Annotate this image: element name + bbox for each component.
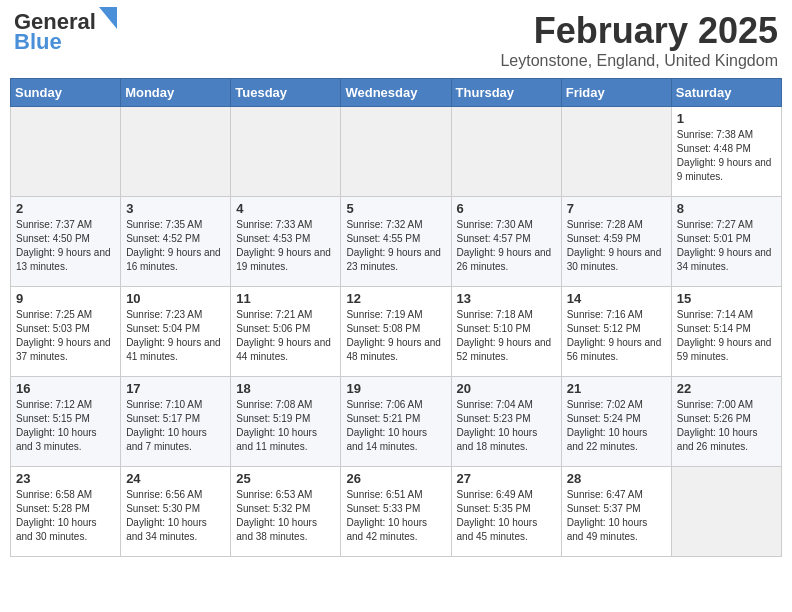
day-info: Sunrise: 7:18 AM Sunset: 5:10 PM Dayligh… — [457, 308, 556, 364]
day-number: 4 — [236, 201, 335, 216]
day-info: Sunrise: 7:25 AM Sunset: 5:03 PM Dayligh… — [16, 308, 115, 364]
day-number: 3 — [126, 201, 225, 216]
day-number: 24 — [126, 471, 225, 486]
weekday-header-saturday: Saturday — [671, 79, 781, 107]
calendar-cell: 28Sunrise: 6:47 AM Sunset: 5:37 PM Dayli… — [561, 467, 671, 557]
day-info: Sunrise: 7:00 AM Sunset: 5:26 PM Dayligh… — [677, 398, 776, 454]
calendar-cell: 23Sunrise: 6:58 AM Sunset: 5:28 PM Dayli… — [11, 467, 121, 557]
day-number: 16 — [16, 381, 115, 396]
calendar-cell: 5Sunrise: 7:32 AM Sunset: 4:55 PM Daylig… — [341, 197, 451, 287]
logo-icon — [99, 7, 117, 29]
calendar-cell: 2Sunrise: 7:37 AM Sunset: 4:50 PM Daylig… — [11, 197, 121, 287]
weekday-header-monday: Monday — [121, 79, 231, 107]
calendar-cell — [451, 107, 561, 197]
logo-blue-text: Blue — [14, 30, 62, 54]
day-number: 17 — [126, 381, 225, 396]
calendar-cell: 20Sunrise: 7:04 AM Sunset: 5:23 PM Dayli… — [451, 377, 561, 467]
day-info: Sunrise: 7:28 AM Sunset: 4:59 PM Dayligh… — [567, 218, 666, 274]
calendar-cell: 25Sunrise: 6:53 AM Sunset: 5:32 PM Dayli… — [231, 467, 341, 557]
calendar-cell: 8Sunrise: 7:27 AM Sunset: 5:01 PM Daylig… — [671, 197, 781, 287]
week-row-1: 1Sunrise: 7:38 AM Sunset: 4:48 PM Daylig… — [11, 107, 782, 197]
calendar-cell: 12Sunrise: 7:19 AM Sunset: 5:08 PM Dayli… — [341, 287, 451, 377]
day-number: 15 — [677, 291, 776, 306]
day-info: Sunrise: 6:53 AM Sunset: 5:32 PM Dayligh… — [236, 488, 335, 544]
weekday-header-sunday: Sunday — [11, 79, 121, 107]
day-number: 13 — [457, 291, 556, 306]
day-number: 22 — [677, 381, 776, 396]
day-info: Sunrise: 7:12 AM Sunset: 5:15 PM Dayligh… — [16, 398, 115, 454]
day-info: Sunrise: 6:47 AM Sunset: 5:37 PM Dayligh… — [567, 488, 666, 544]
calendar-cell: 21Sunrise: 7:02 AM Sunset: 5:24 PM Dayli… — [561, 377, 671, 467]
day-info: Sunrise: 7:14 AM Sunset: 5:14 PM Dayligh… — [677, 308, 776, 364]
day-info: Sunrise: 7:02 AM Sunset: 5:24 PM Dayligh… — [567, 398, 666, 454]
svg-marker-0 — [99, 7, 117, 29]
calendar-subtitle: Leytonstone, England, United Kingdom — [500, 52, 778, 70]
calendar-cell — [561, 107, 671, 197]
day-number: 1 — [677, 111, 776, 126]
day-info: Sunrise: 7:21 AM Sunset: 5:06 PM Dayligh… — [236, 308, 335, 364]
day-number: 28 — [567, 471, 666, 486]
day-info: Sunrise: 7:10 AM Sunset: 5:17 PM Dayligh… — [126, 398, 225, 454]
day-number: 2 — [16, 201, 115, 216]
calendar-cell: 4Sunrise: 7:33 AM Sunset: 4:53 PM Daylig… — [231, 197, 341, 287]
calendar-cell: 27Sunrise: 6:49 AM Sunset: 5:35 PM Dayli… — [451, 467, 561, 557]
day-info: Sunrise: 7:08 AM Sunset: 5:19 PM Dayligh… — [236, 398, 335, 454]
weekday-header-tuesday: Tuesday — [231, 79, 341, 107]
calendar-cell: 18Sunrise: 7:08 AM Sunset: 5:19 PM Dayli… — [231, 377, 341, 467]
weekday-header-row: SundayMondayTuesdayWednesdayThursdayFrid… — [11, 79, 782, 107]
day-info: Sunrise: 7:23 AM Sunset: 5:04 PM Dayligh… — [126, 308, 225, 364]
calendar-cell: 13Sunrise: 7:18 AM Sunset: 5:10 PM Dayli… — [451, 287, 561, 377]
day-info: Sunrise: 7:33 AM Sunset: 4:53 PM Dayligh… — [236, 218, 335, 274]
day-info: Sunrise: 7:04 AM Sunset: 5:23 PM Dayligh… — [457, 398, 556, 454]
weekday-header-thursday: Thursday — [451, 79, 561, 107]
calendar-cell — [671, 467, 781, 557]
day-number: 10 — [126, 291, 225, 306]
day-info: Sunrise: 7:19 AM Sunset: 5:08 PM Dayligh… — [346, 308, 445, 364]
weekday-header-wednesday: Wednesday — [341, 79, 451, 107]
day-info: Sunrise: 7:30 AM Sunset: 4:57 PM Dayligh… — [457, 218, 556, 274]
day-number: 19 — [346, 381, 445, 396]
week-row-4: 16Sunrise: 7:12 AM Sunset: 5:15 PM Dayli… — [11, 377, 782, 467]
calendar-cell: 11Sunrise: 7:21 AM Sunset: 5:06 PM Dayli… — [231, 287, 341, 377]
day-info: Sunrise: 7:35 AM Sunset: 4:52 PM Dayligh… — [126, 218, 225, 274]
day-info: Sunrise: 6:51 AM Sunset: 5:33 PM Dayligh… — [346, 488, 445, 544]
day-info: Sunrise: 7:37 AM Sunset: 4:50 PM Dayligh… — [16, 218, 115, 274]
calendar-cell — [11, 107, 121, 197]
day-info: Sunrise: 7:16 AM Sunset: 5:12 PM Dayligh… — [567, 308, 666, 364]
calendar-cell: 7Sunrise: 7:28 AM Sunset: 4:59 PM Daylig… — [561, 197, 671, 287]
day-number: 8 — [677, 201, 776, 216]
day-number: 14 — [567, 291, 666, 306]
day-number: 12 — [346, 291, 445, 306]
calendar-cell: 3Sunrise: 7:35 AM Sunset: 4:52 PM Daylig… — [121, 197, 231, 287]
day-number: 23 — [16, 471, 115, 486]
day-number: 11 — [236, 291, 335, 306]
calendar-cell: 1Sunrise: 7:38 AM Sunset: 4:48 PM Daylig… — [671, 107, 781, 197]
day-number: 5 — [346, 201, 445, 216]
day-number: 9 — [16, 291, 115, 306]
week-row-2: 2Sunrise: 7:37 AM Sunset: 4:50 PM Daylig… — [11, 197, 782, 287]
day-number: 26 — [346, 471, 445, 486]
calendar-cell: 6Sunrise: 7:30 AM Sunset: 4:57 PM Daylig… — [451, 197, 561, 287]
day-number: 20 — [457, 381, 556, 396]
calendar-cell: 17Sunrise: 7:10 AM Sunset: 5:17 PM Dayli… — [121, 377, 231, 467]
calendar-cell: 24Sunrise: 6:56 AM Sunset: 5:30 PM Dayli… — [121, 467, 231, 557]
calendar-cell: 16Sunrise: 7:12 AM Sunset: 5:15 PM Dayli… — [11, 377, 121, 467]
calendar-table: SundayMondayTuesdayWednesdayThursdayFrid… — [10, 78, 782, 557]
day-info: Sunrise: 6:58 AM Sunset: 5:28 PM Dayligh… — [16, 488, 115, 544]
day-info: Sunrise: 6:56 AM Sunset: 5:30 PM Dayligh… — [126, 488, 225, 544]
day-number: 18 — [236, 381, 335, 396]
page-header: General Blue February 2025 Leytonstone, … — [10, 10, 782, 70]
week-row-5: 23Sunrise: 6:58 AM Sunset: 5:28 PM Dayli… — [11, 467, 782, 557]
logo: General Blue — [14, 10, 117, 54]
week-row-3: 9Sunrise: 7:25 AM Sunset: 5:03 PM Daylig… — [11, 287, 782, 377]
day-number: 7 — [567, 201, 666, 216]
day-info: Sunrise: 7:27 AM Sunset: 5:01 PM Dayligh… — [677, 218, 776, 274]
day-info: Sunrise: 6:49 AM Sunset: 5:35 PM Dayligh… — [457, 488, 556, 544]
day-number: 27 — [457, 471, 556, 486]
day-number: 21 — [567, 381, 666, 396]
day-number: 6 — [457, 201, 556, 216]
title-block: February 2025 Leytonstone, England, Unit… — [500, 10, 778, 70]
calendar-cell: 10Sunrise: 7:23 AM Sunset: 5:04 PM Dayli… — [121, 287, 231, 377]
day-info: Sunrise: 7:32 AM Sunset: 4:55 PM Dayligh… — [346, 218, 445, 274]
calendar-cell: 14Sunrise: 7:16 AM Sunset: 5:12 PM Dayli… — [561, 287, 671, 377]
